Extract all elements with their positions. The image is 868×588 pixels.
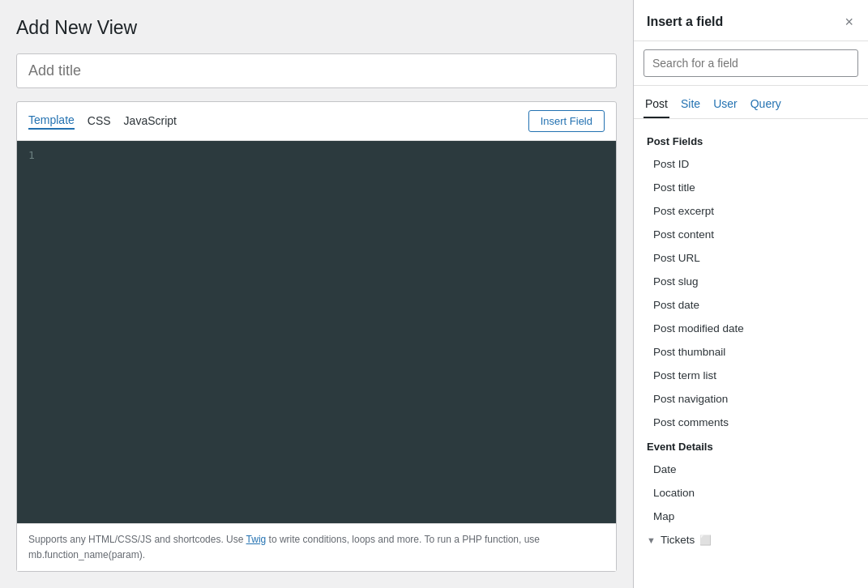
list-item[interactable]: Location xyxy=(634,481,868,505)
panel-header: Insert a field × xyxy=(634,0,868,41)
fields-list: Post Fields Post ID Post title Post exce… xyxy=(634,119,868,561)
list-item[interactable]: Post title xyxy=(634,176,868,199)
tickets-item[interactable]: ▼ Tickets ⬜ xyxy=(634,528,868,552)
editor-tabs: Template CSS JavaScript Insert Field xyxy=(17,102,616,141)
editor-card: Template CSS JavaScript Insert Field 1 S… xyxy=(16,101,617,572)
field-tabs: Post Site User Query xyxy=(634,86,868,119)
list-item[interactable]: Post navigation xyxy=(634,387,868,411)
list-item[interactable]: Post comments xyxy=(634,411,868,434)
tab-javascript[interactable]: JavaScript xyxy=(124,113,177,129)
tab-user[interactable]: User xyxy=(712,92,739,118)
chevron-down-icon: ▼ xyxy=(647,535,656,545)
list-item[interactable]: Post thumbnail xyxy=(634,340,868,364)
editor-footer: Supports any HTML/CSS/JS and shortcodes.… xyxy=(17,523,616,571)
line-number: 1 xyxy=(28,149,35,161)
tab-css[interactable]: CSS xyxy=(88,113,111,129)
list-item[interactable]: Post excerpt xyxy=(634,199,868,223)
footer-text-before: Supports any HTML/CSS/JS and shortcodes.… xyxy=(28,534,246,545)
search-box xyxy=(634,41,868,86)
repeat-icon: ⬜ xyxy=(699,535,712,546)
insert-field-button[interactable]: Insert Field xyxy=(528,110,605,132)
list-item[interactable]: Post ID xyxy=(634,152,868,176)
list-item[interactable]: Post modified date xyxy=(634,317,868,340)
tab-template[interactable]: Template xyxy=(28,112,75,130)
page-title: Add New View xyxy=(16,16,617,40)
tab-post[interactable]: Post xyxy=(644,92,669,118)
post-fields-group-title: Post Fields xyxy=(634,129,868,152)
list-item[interactable]: Post content xyxy=(634,223,868,246)
list-item[interactable]: Map xyxy=(634,505,868,528)
main-area: Add New View Template CSS JavaScript Ins… xyxy=(0,0,633,588)
close-button[interactable]: × xyxy=(843,13,855,31)
list-item[interactable]: Post term list xyxy=(634,364,868,387)
panel-title: Insert a field xyxy=(647,15,723,29)
list-item[interactable]: Post date xyxy=(634,293,868,317)
tickets-label: Tickets xyxy=(661,534,695,546)
search-input[interactable] xyxy=(644,49,858,77)
twig-link[interactable]: Twig xyxy=(246,534,267,545)
right-panel: Insert a field × Post Site User Query Po… xyxy=(633,0,868,588)
list-item[interactable]: Post slug xyxy=(634,270,868,293)
list-item[interactable]: Date xyxy=(634,458,868,481)
event-details-group-title: Event Details xyxy=(634,434,868,458)
title-input[interactable] xyxy=(16,53,617,88)
list-item[interactable]: Post URL xyxy=(634,246,868,270)
tab-site[interactable]: Site xyxy=(679,92,702,118)
tab-query[interactable]: Query xyxy=(749,92,783,118)
code-editor[interactable]: 1 xyxy=(17,141,616,523)
